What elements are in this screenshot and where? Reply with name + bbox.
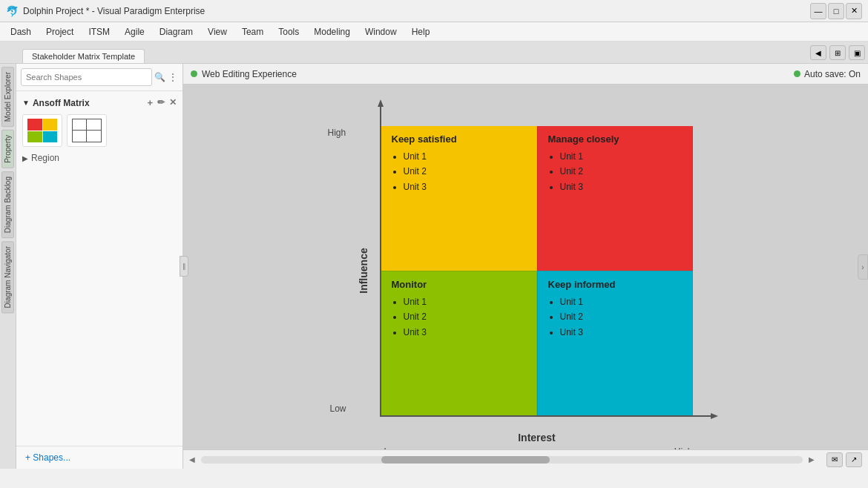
menu-itsm[interactable]: ITSM — [81, 24, 117, 40]
share-button[interactable]: ↗ — [846, 452, 862, 467]
main-layout: Model Explorer Property Diagram Backlog … — [0, 64, 868, 469]
cell-keep-informed-title: Keep informed — [548, 279, 683, 290]
menubar: Dash Project ITSM Agile Diagram View Tea… — [0, 22, 868, 42]
ansoff-expand-arrow: ▼ — [22, 99, 30, 107]
menu-help[interactable]: Help — [404, 24, 438, 40]
auto-save-indicator: Auto save: On — [794, 69, 861, 79]
menu-dash[interactable]: Dash — [3, 24, 39, 40]
menu-view[interactable]: View — [200, 24, 234, 40]
diagram-tab[interactable]: Stakeholder Matrix Template — [22, 49, 145, 63]
maximize-button[interactable]: □ — [828, 3, 844, 19]
left-panel: 🔍 ⋮ ▼ Ansoff Matrix + ✏ ✕ — [16, 64, 183, 469]
editor-status-label: Web Editing Experience — [202, 69, 297, 79]
shape-thumb-outline[interactable] — [67, 114, 107, 147]
cell-manage-closely[interactable]: Manage closely Unit 1 Unit 2 Unit 3 — [537, 126, 693, 271]
mc-item-2: Unit 2 — [560, 164, 683, 179]
menu-modeling[interactable]: Modeling — [306, 24, 358, 40]
mc-item-1: Unit 1 — [560, 149, 683, 164]
cell-monitor-list: Unit 1 Unit 2 Unit 3 — [392, 294, 526, 340]
property-tab[interactable]: Property — [1, 130, 14, 168]
right-collapse-button[interactable]: › — [858, 254, 868, 280]
ki-item-3: Unit 3 — [560, 325, 683, 340]
cell-manage-closely-title: Manage closely — [548, 133, 683, 145]
ansoff-actions: + ✏ ✕ — [147, 97, 177, 108]
ks-item-2: Unit 2 — [404, 164, 526, 179]
ansoff-matrix-section: ▼ Ansoff Matrix + ✏ ✕ — [16, 94, 183, 150]
menu-team[interactable]: Team — [234, 24, 271, 40]
y-axis-label: Influence — [357, 248, 369, 293]
diagram-navigator-tab[interactable]: Diagram Navigator — [1, 241, 14, 313]
matrix-grid: Keep satisfied Unit 1 Unit 2 Unit 3 Mana… — [381, 126, 693, 415]
app-title: Dolphin Project * - Visual Paradigm Ente… — [23, 6, 810, 16]
menu-window[interactable]: Window — [358, 24, 404, 40]
tabbar: Stakeholder Matrix Template ◀ ⊞ ▣ — [0, 42, 868, 64]
more-options-icon[interactable]: ⋮ — [168, 71, 178, 83]
cell-keep-informed-list: Unit 1 Unit 2 Unit 3 — [548, 294, 683, 340]
ki-item-1: Unit 1 — [560, 294, 683, 309]
edit-shape-icon[interactable]: ✏ — [157, 97, 165, 108]
auto-save-label: Auto save: On — [804, 69, 861, 79]
scroll-left-btn[interactable]: ◀ — [189, 455, 195, 464]
model-explorer-tab[interactable]: Model Explorer — [1, 67, 14, 127]
add-shape-icon[interactable]: + — [147, 97, 153, 108]
panel-icon-button[interactable]: ▣ — [849, 45, 865, 60]
ansoff-label: Ansoff Matrix — [33, 98, 90, 108]
left-vertical-tabs: Model Explorer Property Diagram Backlog … — [0, 64, 16, 469]
menu-tools[interactable]: Tools — [271, 24, 306, 40]
y-axis-line — [380, 104, 381, 417]
editor-toolbar: Web Editing Experience Auto save: On — [183, 64, 868, 85]
auto-save-dot — [794, 70, 800, 77]
matrix-diagram: Influence Interest High Low Low High — [381, 126, 693, 415]
cell-keep-satisfied[interactable]: Keep satisfied Unit 1 Unit 2 Unit 3 — [381, 126, 537, 271]
titlebar: 🐬 Dolphin Project * - Visual Paradigm En… — [0, 0, 868, 22]
grid-icon-button[interactable]: ⊞ — [829, 45, 846, 60]
bottom-scrollbar-area: ◀ ▶ ✉ ↗ — [183, 449, 868, 469]
back-icon-button[interactable]: ◀ — [810, 45, 826, 60]
mo-item-2: Unit 2 — [404, 309, 526, 324]
y-low-label: Low — [330, 403, 346, 414]
x-low-label: Low — [384, 446, 401, 449]
menu-agile[interactable]: Agile — [117, 24, 152, 40]
collapse-handle[interactable]: ‖ — [180, 256, 188, 277]
menu-diagram[interactable]: Diagram — [152, 24, 200, 40]
ks-item-3: Unit 3 — [404, 179, 526, 194]
add-shapes-button[interactable]: + Shapes... — [16, 446, 183, 469]
mo-item-3: Unit 3 — [404, 325, 526, 340]
editor-area: Web Editing Experience Auto save: On Inf… — [183, 64, 868, 469]
scroll-right-btn[interactable]: ▶ — [809, 455, 815, 464]
x-axis-line — [380, 415, 714, 417]
x-axis-arrow — [711, 413, 718, 419]
region-section[interactable]: ▶ Region — [16, 150, 183, 166]
cell-manage-closely-list: Unit 1 Unit 2 Unit 3 — [548, 149, 683, 194]
search-input[interactable] — [21, 68, 152, 86]
ki-item-2: Unit 2 — [560, 309, 683, 324]
cell-monitor[interactable]: Monitor Unit 1 Unit 2 Unit 3 — [381, 271, 537, 415]
y-axis-arrow — [378, 99, 384, 107]
x-high-label: High — [674, 446, 693, 449]
cell-keep-satisfied-title: Keep satisfied — [392, 133, 526, 145]
cell-keep-informed[interactable]: Keep informed Unit 1 Unit 2 Unit 3 — [537, 271, 693, 415]
mo-item-1: Unit 1 — [404, 294, 526, 309]
remove-shape-icon[interactable]: ✕ — [169, 97, 177, 108]
menu-project[interactable]: Project — [39, 24, 81, 40]
mc-item-3: Unit 3 — [560, 179, 683, 194]
shape-thumb-colored[interactable] — [22, 114, 62, 147]
app-icon: 🐬 — [6, 5, 19, 17]
ansoff-matrix-header[interactable]: ▼ Ansoff Matrix + ✏ ✕ — [16, 94, 183, 111]
region-label: Region — [31, 153, 59, 163]
cell-keep-satisfied-list: Unit 1 Unit 2 Unit 3 — [392, 149, 526, 194]
region-expand-arrow: ▶ — [22, 154, 28, 162]
ks-item-1: Unit 1 — [404, 149, 526, 164]
minimize-button[interactable]: — — [810, 3, 826, 19]
status-dot — [191, 70, 197, 77]
toolbar-icons: ◀ ⊞ ▣ — [810, 45, 865, 60]
diagram-backlog-tab[interactable]: Diagram Backlog — [1, 171, 14, 238]
window-controls: — □ ✕ — [810, 3, 862, 19]
shape-panel: ▼ Ansoff Matrix + ✏ ✕ — [16, 91, 183, 446]
x-axis-label: Interest — [518, 432, 556, 444]
scrollbar-track[interactable] — [201, 456, 803, 464]
scrollbar-thumb[interactable] — [381, 456, 550, 464]
email-button[interactable]: ✉ — [826, 452, 843, 467]
canvas-area[interactable]: Influence Interest High Low Low High — [183, 85, 868, 449]
close-button[interactable]: ✕ — [846, 3, 862, 19]
